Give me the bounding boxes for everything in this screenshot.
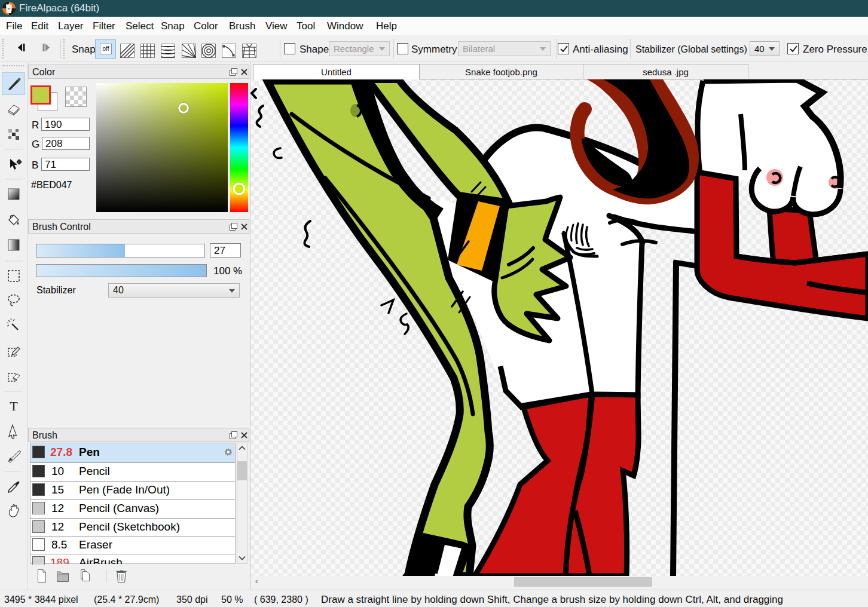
svg-text:T: T <box>10 398 18 413</box>
